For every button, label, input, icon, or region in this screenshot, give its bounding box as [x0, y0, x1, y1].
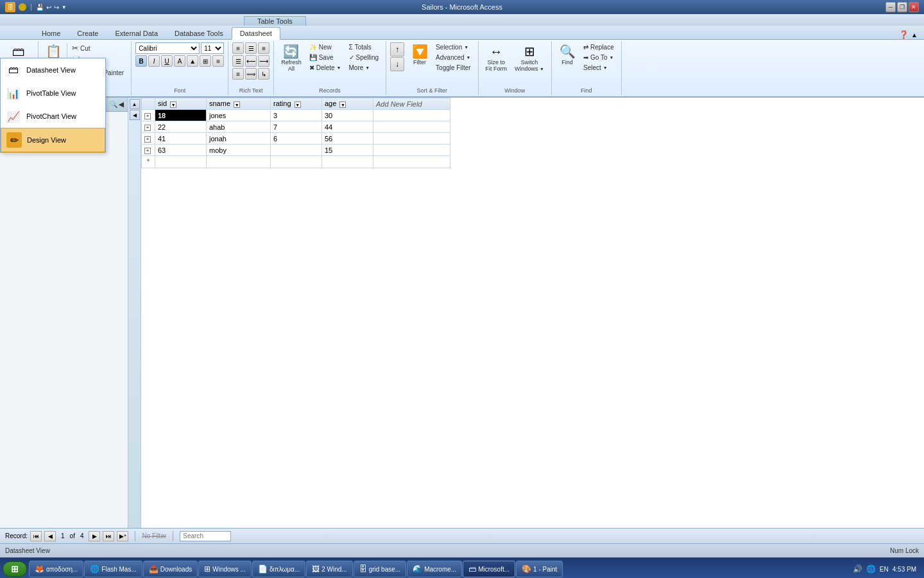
underline-button[interactable]: U	[161, 55, 173, 67]
qa-btn-3[interactable]: ↪	[54, 4, 59, 11]
expand-btn-2[interactable]: +	[144, 125, 151, 131]
taskbar-item-macrome[interactable]: 🌊 Macrome...	[407, 561, 462, 577]
qa-btn-2[interactable]: ↩	[46, 4, 51, 11]
cell-age-1[interactable]: 30	[322, 110, 373, 121]
pivottable-view-option[interactable]: 📊 PivotTable View	[1, 98, 105, 105]
age-filter-icon[interactable]: ▼	[339, 101, 346, 108]
cell-age-3[interactable]: 56	[322, 133, 373, 144]
taskbar-item-diploma[interactable]: 📄 διπλωμα...	[252, 561, 305, 577]
toggle-filter-button[interactable]: Toggle Filter	[432, 63, 474, 73]
col-header-rating[interactable]: rating ▼	[271, 98, 322, 110]
taskbar-item-downloads[interactable]: 📥 Downloads	[143, 561, 198, 577]
spelling-button[interactable]: ✓ Spelling	[346, 53, 382, 62]
alternate-color-button[interactable]: ≡	[212, 55, 224, 67]
italic-button[interactable]: I	[148, 55, 160, 67]
select-button[interactable]: Select▼	[580, 63, 617, 73]
new-row-selector[interactable]: *	[142, 156, 155, 168]
advanced-button[interactable]: Advanced▼	[432, 53, 474, 62]
tab-create[interactable]: Create	[69, 27, 107, 39]
row-selector-3[interactable]: +	[142, 133, 155, 144]
qa-icon1[interactable]	[19, 3, 26, 11]
taskbar-item-windows[interactable]: ⊞ Windows ...	[198, 561, 252, 577]
size-to-fit-button[interactable]: ↔ Size toFit Form	[483, 42, 511, 74]
design-view-option[interactable]: ✏ Design View	[1, 128, 105, 152]
totals-button[interactable]: Σ Totals	[346, 42, 382, 52]
prev-record-button[interactable]: ◀	[44, 531, 56, 541]
switch-windows-button[interactable]: ⊞ SwitchWindows ▼	[511, 42, 547, 74]
sid-filter-icon[interactable]: ▼	[170, 101, 176, 108]
next-record-button[interactable]: ▶	[89, 531, 100, 541]
cell-rating-3[interactable]: 6	[271, 133, 322, 144]
expand-btn-1[interactable]: +	[144, 113, 151, 119]
search-input[interactable]	[180, 531, 231, 541]
refresh-button[interactable]: 🔄 RefreshAll	[278, 42, 305, 74]
nav-search-icon[interactable]: 🔍	[110, 101, 117, 108]
cell-age-4[interactable]: 15	[322, 144, 373, 156]
first-record-button[interactable]: ⏮	[30, 531, 42, 541]
align-center-button[interactable]: ☰	[245, 42, 257, 54]
bold-button[interactable]: B	[135, 55, 147, 67]
bullets-button[interactable]: ☰	[232, 55, 244, 67]
taskbar-item-paint[interactable]: 🎨 1 - Paint	[516, 561, 563, 577]
font-size-select[interactable]: 11	[201, 42, 224, 54]
tab-datasheet[interactable]: Datasheet	[232, 27, 280, 40]
last-record-button[interactable]: ⏭	[103, 531, 114, 541]
rt-btn3[interactable]: ↳	[258, 68, 270, 80]
cell-rating-4[interactable]	[271, 144, 322, 156]
col-header-age[interactable]: age ▼	[322, 98, 373, 110]
cell-rating-1[interactable]: 3	[271, 110, 322, 121]
col-header-sid[interactable]: sid ▼	[155, 98, 207, 110]
close-button[interactable]: ✕	[909, 2, 919, 12]
col-header-add-new[interactable]: Add New Field	[373, 98, 450, 110]
delete-button[interactable]: ✖ Delete▼	[306, 63, 345, 73]
align-right-button[interactable]: ≡	[258, 42, 270, 54]
tab-home[interactable]: Home	[33, 27, 69, 39]
row-selector-1[interactable]: +	[142, 110, 155, 121]
minimize-button[interactable]: ─	[886, 2, 896, 12]
help-icon[interactable]: ❓	[899, 30, 909, 39]
scroll-nav-toggle[interactable]: ◀	[130, 110, 140, 120]
new-cell-rating[interactable]	[271, 156, 322, 168]
cell-sid-4[interactable]: 63	[155, 144, 207, 156]
grid-lines-button[interactable]: ⊞	[200, 55, 211, 67]
cell-rating-2[interactable]: 7	[271, 121, 322, 133]
new-cell-age[interactable]	[322, 156, 373, 168]
align-left-button[interactable]: ≡	[232, 42, 244, 54]
taskbar-item-firefox[interactable]: 🦊 αποδοση...	[29, 561, 83, 577]
cell-sid-3[interactable]: 41	[155, 133, 207, 144]
rt-btn2[interactable]: ⟹	[245, 68, 257, 80]
save-record-button[interactable]: 💾 Save	[306, 53, 345, 62]
row-selector-2[interactable]: +	[142, 121, 155, 133]
replace-button[interactable]: ⇄ Replace	[580, 42, 617, 52]
cell-sid-2[interactable]: 22	[155, 121, 207, 133]
new-cell-sid[interactable]	[155, 156, 207, 168]
filter-button[interactable]: 🔽 Filter	[408, 42, 431, 68]
cut-button[interactable]: ✂ Cut	[69, 42, 127, 54]
new-record-nav-button[interactable]: ▶*	[117, 531, 128, 541]
tab-database-tools[interactable]: Database Tools	[166, 27, 232, 39]
selection-button[interactable]: Selection▼	[432, 42, 474, 52]
sort-desc-button[interactable]: ↓	[390, 57, 404, 71]
restore-button[interactable]: ❐	[897, 2, 907, 12]
taskbar-item-flash[interactable]: 🌐 Flash Mas...	[84, 561, 142, 577]
expand-btn-4[interactable]: +	[144, 148, 151, 154]
new-cell-sname[interactable]	[207, 156, 271, 168]
indent-button[interactable]: ⟶	[258, 55, 270, 67]
sort-asc-button[interactable]: ↑	[390, 42, 404, 57]
rating-filter-icon[interactable]: ▼	[295, 101, 301, 108]
datasheet-area[interactable]: ▲ ◀ sid ▼ sname	[128, 98, 924, 528]
taskbar-item-2wind[interactable]: 🖼 2 Wind...	[306, 561, 352, 577]
scroll-up-btn[interactable]: ▲	[130, 99, 140, 109]
qa-btn-1[interactable]: 💾	[36, 4, 44, 11]
expand-btn-3[interactable]: +	[144, 136, 151, 143]
cell-sname-2[interactable]: ahab	[207, 121, 271, 133]
cell-sname-3[interactable]: jonah	[207, 133, 271, 144]
minimize-ribbon-icon[interactable]: ▲	[911, 31, 918, 39]
cell-sname-4[interactable]: moby	[207, 144, 271, 156]
pivotchart-view-option[interactable]: 📈 PivotChart View	[1, 105, 105, 128]
start-button[interactable]: ⊞	[3, 561, 27, 577]
taskbar-item-microsoft[interactable]: 🗃 Microsoft...	[463, 561, 515, 577]
font-color-button[interactable]: A	[174, 55, 185, 67]
cell-age-2[interactable]: 44	[322, 121, 373, 133]
font-name-select[interactable]: Calibri	[135, 42, 200, 54]
